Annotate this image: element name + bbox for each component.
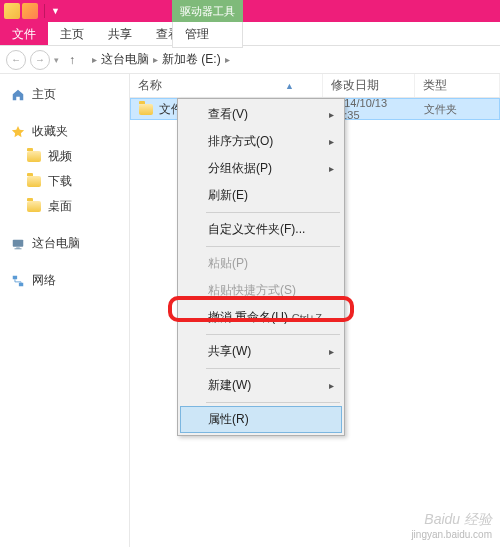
sidebar-item-network[interactable]: 网络 <box>4 268 125 293</box>
sidebar-item-label: 收藏夹 <box>32 123 68 140</box>
sidebar-item-video[interactable]: 视频 <box>4 144 125 169</box>
ribbon-tool-group: 驱动器工具 管理 <box>172 0 243 48</box>
watermark-url: jingyan.baidu.com <box>411 528 492 541</box>
tab-share[interactable]: 共享 <box>96 22 144 45</box>
sidebar-item-pc[interactable]: 这台电脑 <box>4 231 125 256</box>
menu-view[interactable]: 查看(V)▸ <box>180 101 342 128</box>
menu-refresh[interactable]: 刷新(E) <box>180 182 342 209</box>
svg-rect-4 <box>19 282 23 286</box>
forward-button[interactable]: → <box>30 50 50 70</box>
back-button[interactable]: ← <box>6 50 26 70</box>
menu-group[interactable]: 分组依据(P)▸ <box>180 155 342 182</box>
menu-custom-folder[interactable]: 自定义文件夹(F)... <box>180 216 342 243</box>
titlebar: ▼ <box>0 0 500 22</box>
folder-icon <box>26 199 42 215</box>
app-icon <box>22 3 38 19</box>
column-label: 名称 <box>138 77 162 94</box>
folder-icon <box>4 3 20 19</box>
menu-share[interactable]: 共享(W)▸ <box>180 338 342 365</box>
tab-file[interactable]: 文件 <box>0 22 48 45</box>
separator <box>206 368 340 369</box>
folder-icon <box>26 149 42 165</box>
svg-rect-2 <box>15 248 22 249</box>
svg-rect-0 <box>13 239 24 246</box>
up-button[interactable]: ↑ <box>63 51 81 69</box>
column-type[interactable]: 类型 <box>415 74 500 97</box>
menu-properties[interactable]: 属性(R) <box>180 406 342 433</box>
menu-new[interactable]: 新建(W)▸ <box>180 372 342 399</box>
tab-home[interactable]: 主页 <box>48 22 96 45</box>
breadcrumb-vol[interactable]: 新加卷 (E:) <box>162 51 221 68</box>
column-header: 名称 ▲ 修改日期 类型 <box>130 74 500 98</box>
sidebar-item-desktop[interactable]: 桌面 <box>4 194 125 219</box>
chevron-down-icon[interactable]: ▼ <box>51 6 60 16</box>
menu-label: 新建(W) <box>208 377 251 394</box>
column-name[interactable]: 名称 ▲ <box>130 74 323 97</box>
file-type-cell: 文件夹 <box>416 102 499 117</box>
tab-manage[interactable]: 管理 <box>172 22 243 48</box>
navbar: ← → ▾ ↑ ▸ 这台电脑 ▸ 新加卷 (E:) ▸ <box>0 46 500 74</box>
sidebar-item-label: 下载 <box>48 173 72 190</box>
history-dropdown[interactable]: ▾ <box>54 55 59 65</box>
sidebar-item-home[interactable]: 主页 <box>4 82 125 107</box>
sidebar-item-favorites[interactable]: 收藏夹 <box>4 119 125 144</box>
shortcut-label: Ctrl+Z <box>292 312 322 324</box>
breadcrumb[interactable]: ▸ 这台电脑 ▸ 新加卷 (E:) ▸ <box>85 50 494 69</box>
chevron-right-icon: ▸ <box>329 163 334 174</box>
chevron-right-icon: ▸ <box>329 346 334 357</box>
sidebar-item-label: 网络 <box>32 272 56 289</box>
menu-undo[interactable]: 撤消 重命名(U)Ctrl+Z <box>180 304 342 331</box>
sidebar-item-label: 主页 <box>32 86 56 103</box>
menu-label: 共享(W) <box>208 343 251 360</box>
sidebar-item-label: 这台电脑 <box>32 235 80 252</box>
separator <box>206 246 340 247</box>
chevron-right-icon: ▸ <box>329 380 334 391</box>
chevron-right-icon: ▸ <box>92 54 97 65</box>
separator <box>206 212 340 213</box>
chevron-right-icon: ▸ <box>225 54 230 65</box>
tool-label: 驱动器工具 <box>172 0 243 22</box>
ribbon: 文件 主页 共享 查看 驱动器工具 管理 <box>0 22 500 46</box>
network-icon <box>10 273 26 289</box>
svg-rect-1 <box>16 247 20 248</box>
separator <box>206 334 340 335</box>
menu-paste: 粘贴(P) <box>180 250 342 277</box>
sidebar-item-label: 桌面 <box>48 198 72 215</box>
menu-label: 排序方式(O) <box>208 133 273 150</box>
watermark-brand: Baidu 经验 <box>411 510 492 528</box>
menu-paste-shortcut: 粘贴快捷方式(S) <box>180 277 342 304</box>
sidebar-item-label: 视频 <box>48 148 72 165</box>
chevron-right-icon: ▸ <box>329 109 334 120</box>
chevron-right-icon: ▸ <box>329 136 334 147</box>
folder-icon <box>139 104 153 115</box>
menu-label: 分组依据(P) <box>208 160 272 177</box>
home-icon <box>10 87 26 103</box>
chevron-right-icon: ▸ <box>153 54 158 65</box>
star-icon <box>10 124 26 140</box>
menu-label: 查看(V) <box>208 106 248 123</box>
menu-label: 撤消 重命名(U) <box>208 309 288 326</box>
divider <box>44 4 45 18</box>
column-date[interactable]: 修改日期 <box>323 74 415 97</box>
sidebar: 主页 收藏夹 视频 下载 桌面 这台电脑 网络 <box>0 74 130 547</box>
watermark: Baidu 经验 jingyan.baidu.com <box>411 510 492 541</box>
breadcrumb-pc[interactable]: 这台电脑 <box>101 51 149 68</box>
menu-sort[interactable]: 排序方式(O)▸ <box>180 128 342 155</box>
folder-icon <box>26 174 42 190</box>
svg-rect-3 <box>13 275 17 279</box>
context-menu: 查看(V)▸ 排序方式(O)▸ 分组依据(P)▸ 刷新(E) 自定义文件夹(F)… <box>177 98 345 436</box>
sidebar-item-download[interactable]: 下载 <box>4 169 125 194</box>
computer-icon <box>10 236 26 252</box>
separator <box>206 402 340 403</box>
sort-asc-icon: ▲ <box>285 81 314 91</box>
